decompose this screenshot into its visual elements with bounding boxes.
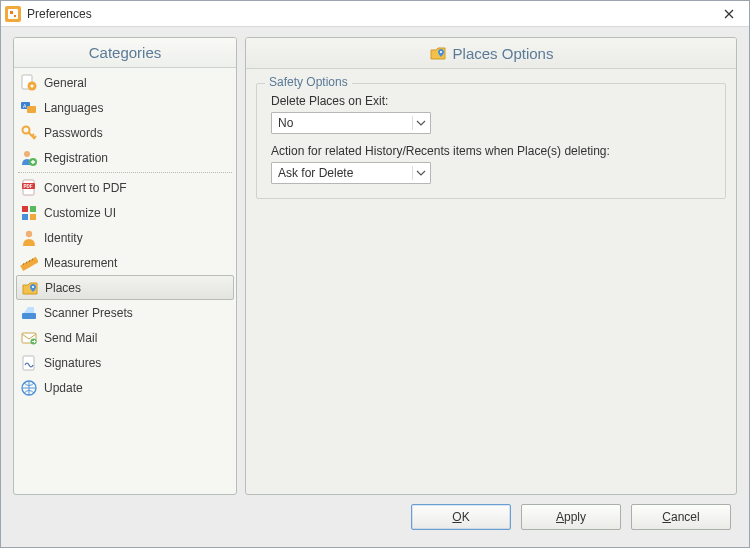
svg-point-28 — [439, 51, 441, 53]
options-body: Safety Options Delete Places on Exit: No — [246, 69, 736, 209]
sidebar-item-label: Languages — [44, 101, 103, 115]
svg-point-6 — [30, 84, 33, 87]
panels-row: Categories General A Languages — [13, 37, 737, 495]
sidebar-item-update[interactable]: Update — [14, 375, 236, 400]
svg-rect-16 — [22, 206, 28, 212]
svg-rect-8 — [27, 106, 36, 113]
sidebar-item-label: Passwords — [44, 126, 103, 140]
action-related-row: Action for related History/Recents items… — [271, 144, 711, 184]
categories-header: Categories — [14, 38, 236, 68]
delete-on-exit-row: Delete Places on Exit: No — [271, 94, 711, 134]
svg-rect-17 — [30, 206, 36, 212]
app-icon — [5, 6, 21, 22]
globe-icon — [20, 379, 38, 397]
sidebar-item-label: Registration — [44, 151, 108, 165]
sidebar-item-label: Places — [45, 281, 81, 295]
sidebar-item-label: Signatures — [44, 356, 101, 370]
window-title: Preferences — [27, 7, 92, 21]
key-icon — [20, 124, 38, 142]
sidebar-item-scanner-presets[interactable]: Scanner Presets — [14, 300, 236, 325]
sidebar-item-label: Customize UI — [44, 206, 116, 220]
category-divider — [18, 172, 232, 173]
svg-rect-2 — [10, 11, 13, 14]
sidebar-item-label: Send Mail — [44, 331, 97, 345]
action-related-label: Action for related History/Recents items… — [271, 144, 711, 158]
svg-rect-19 — [30, 214, 36, 220]
sidebar-item-label: Scanner Presets — [44, 306, 133, 320]
sidebar-item-measurement[interactable]: Measurement — [14, 250, 236, 275]
select-value: No — [278, 116, 293, 130]
fieldset-legend: Safety Options — [265, 75, 352, 89]
options-panel: Places Options Safety Options Delete Pla… — [245, 37, 737, 495]
signature-icon — [20, 354, 38, 372]
sidebar-item-label: General — [44, 76, 87, 90]
places-icon — [21, 279, 39, 297]
scanner-icon — [20, 304, 38, 322]
sidebar-item-signatures[interactable]: Signatures — [14, 350, 236, 375]
identity-icon — [20, 229, 38, 247]
titlebar: Preferences — [1, 1, 749, 27]
sidebar-item-convert-pdf[interactable]: PDF Convert to PDF — [14, 175, 236, 200]
svg-rect-21 — [20, 256, 38, 270]
delete-on-exit-select[interactable]: No — [271, 112, 431, 134]
sidebar-item-registration[interactable]: Registration — [14, 145, 236, 170]
options-header: Places Options — [246, 38, 736, 69]
category-list: General A Languages Passwords — [14, 68, 236, 402]
button-label: OK — [452, 510, 469, 524]
options-header-text: Places Options — [453, 45, 554, 62]
categories-panel: Categories General A Languages — [13, 37, 237, 495]
sidebar-item-label: Measurement — [44, 256, 117, 270]
dialog-body: Categories General A Languages — [1, 27, 749, 547]
delete-on-exit-label: Delete Places on Exit: — [271, 94, 711, 108]
sidebar-item-label: Update — [44, 381, 83, 395]
cancel-button[interactable]: Cancel — [631, 504, 731, 530]
svg-rect-3 — [14, 15, 16, 17]
svg-point-20 — [26, 230, 32, 236]
button-label: Apply — [556, 510, 586, 524]
apply-button[interactable]: Apply — [521, 504, 621, 530]
preferences-window: Preferences Categories General — [0, 0, 750, 548]
sidebar-item-languages[interactable]: A Languages — [14, 95, 236, 120]
sidebar-item-label: Convert to PDF — [44, 181, 127, 195]
svg-rect-18 — [22, 214, 28, 220]
button-label: Cancel — [662, 510, 699, 524]
sidebar-item-general[interactable]: General — [14, 70, 236, 95]
svg-rect-23 — [22, 313, 36, 319]
sidebar-item-send-mail[interactable]: Send Mail — [14, 325, 236, 350]
safety-options-fieldset: Safety Options Delete Places on Exit: No — [256, 83, 726, 199]
places-icon — [429, 44, 447, 62]
user-add-icon — [20, 149, 38, 167]
chevron-down-icon — [412, 166, 426, 180]
dialog-button-bar: OK Apply Cancel — [13, 495, 737, 539]
pdf-icon: PDF — [20, 179, 38, 197]
svg-point-22 — [32, 285, 34, 287]
svg-rect-26 — [23, 356, 34, 370]
chevron-down-icon — [412, 116, 426, 130]
squares-icon — [20, 204, 38, 222]
sidebar-item-identity[interactable]: Identity — [14, 225, 236, 250]
gear-doc-icon — [20, 74, 38, 92]
sidebar-item-customize-ui[interactable]: Customize UI — [14, 200, 236, 225]
svg-point-11 — [24, 151, 30, 157]
sidebar-item-passwords[interactable]: Passwords — [14, 120, 236, 145]
action-related-select[interactable]: Ask for Delete — [271, 162, 431, 184]
close-button[interactable] — [709, 1, 749, 27]
ok-button[interactable]: OK — [411, 504, 511, 530]
ruler-icon — [20, 254, 38, 272]
languages-icon: A — [20, 99, 38, 117]
sidebar-item-places[interactable]: Places — [16, 275, 234, 300]
svg-text:PDF: PDF — [24, 183, 33, 188]
select-value: Ask for Delete — [278, 166, 353, 180]
sidebar-item-label: Identity — [44, 231, 83, 245]
mail-icon — [20, 329, 38, 347]
